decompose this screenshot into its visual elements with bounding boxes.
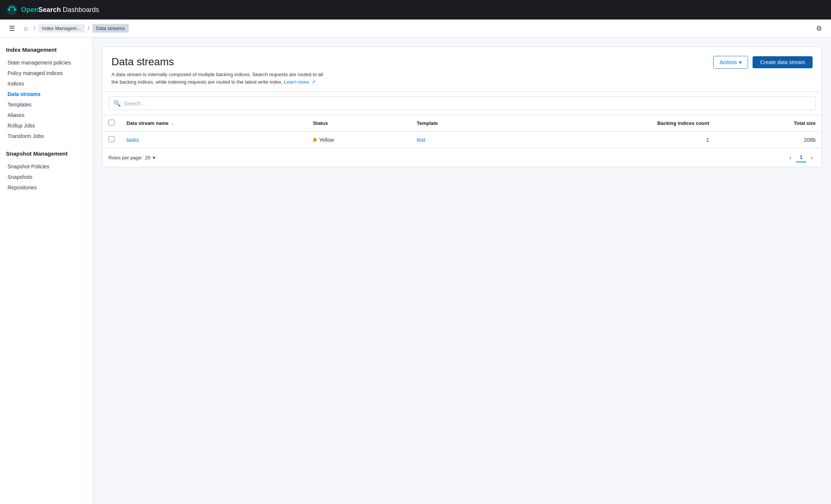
data-streams-panel: Data streams A data stream is internally… (102, 46, 822, 167)
search-bar: 🔍 (108, 96, 816, 110)
opensearch-logo-icon (6, 4, 18, 16)
home-icon: ⌂ (24, 25, 28, 32)
prev-page-icon: ‹ (790, 154, 792, 160)
panel-header-info: Data streams A data stream is internally… (111, 56, 329, 86)
table-body: tasks Yellow test 1 (102, 132, 822, 148)
sidebar-item-templates[interactable]: Templates (6, 99, 87, 110)
svg-point-2 (8, 9, 10, 11)
breadcrumb-data-streams[interactable]: Data streams (92, 24, 129, 33)
sidebar-item-data-streams[interactable]: Data streams (6, 89, 87, 99)
table-container: Data stream name ↓ Status Template Backi… (102, 115, 822, 148)
actions-button[interactable]: Actions ▾ (713, 56, 748, 69)
template-link[interactable]: test (417, 137, 425, 143)
rows-per-page-label: Rows per page: (108, 155, 143, 160)
rows-per-page-value: 20 (145, 155, 150, 160)
breadcrumb-separator-2: / (88, 26, 89, 32)
row-template-cell: test (411, 132, 515, 148)
sidebar-item-aliases[interactable]: Aliases (6, 110, 87, 120)
next-page-button[interactable]: › (808, 153, 816, 162)
table-header-total-size: Total size (715, 115, 822, 132)
prev-page-button[interactable]: ‹ (787, 153, 795, 162)
table-header-status: Status (307, 115, 411, 132)
status-text: Yellow (319, 137, 334, 143)
status-dot-yellow (313, 138, 317, 142)
table-header-checkbox (102, 115, 120, 132)
row-status-cell: Yellow (307, 132, 411, 148)
data-streams-table: Data stream name ↓ Status Template Backi… (102, 115, 822, 148)
search-icon: 🔍 (113, 100, 121, 107)
table-header-name[interactable]: Data stream name ↓ (120, 115, 307, 132)
settings-button[interactable]: ⚙ (813, 23, 825, 34)
row-total-size-cell: 208b (715, 132, 822, 148)
sidebar-item-rollup-jobs[interactable]: Rollup Jobs (6, 120, 87, 131)
row-backing-indices-count-cell: 1 (515, 132, 715, 148)
pagination-controls: ‹ 1 › (787, 153, 816, 162)
select-all-checkbox[interactable] (108, 120, 114, 126)
sidebar-item-snapshots[interactable]: Snapshots (6, 172, 87, 182)
panel-description: A data stream is internally composed of … (111, 71, 329, 86)
table-row: tasks Yellow test 1 (102, 132, 822, 148)
home-button[interactable]: ⌂ (21, 24, 31, 33)
top-nav: OpenSearch Dashboards (0, 0, 831, 20)
chevron-down-icon: ▾ (739, 59, 742, 65)
sort-icon: ↓ (172, 120, 174, 126)
content-area: Data streams A data stream is internally… (93, 38, 831, 504)
logo: OpenSearch Dashboards (6, 4, 99, 16)
current-page-number[interactable]: 1 (796, 153, 807, 162)
search-input[interactable] (124, 100, 811, 106)
panel-title: Data streams (111, 56, 329, 68)
rows-per-page-selector[interactable]: Rows per page: 20 ▾ (108, 155, 155, 160)
row-select-checkbox[interactable] (108, 136, 114, 142)
settings-icon: ⚙ (816, 25, 822, 32)
menu-toggle-button[interactable]: ☰ (6, 23, 18, 34)
sidebar-item-repositories[interactable]: Repositories (6, 182, 87, 193)
svg-point-1 (14, 9, 16, 11)
external-link-icon: ↗ (312, 79, 316, 85)
breadcrumb-separator: / (34, 26, 35, 32)
nav-right: ⚙ (813, 23, 825, 34)
next-page-icon: › (811, 154, 813, 160)
logo-text: OpenSearch Dashboards (21, 6, 99, 14)
search-bar-container: 🔍 (102, 92, 822, 115)
row-checkbox-cell (102, 132, 120, 148)
pagination-bar: Rows per page: 20 ▾ ‹ 1 › (102, 148, 822, 167)
table-header-backing-indices-count: Backing indices count (515, 115, 715, 132)
create-data-stream-button[interactable]: Create data stream (753, 56, 813, 68)
sidebar-item-state-management-policies[interactable]: State management policies (6, 57, 87, 68)
sidebar-item-policy-managed-indices[interactable]: Policy managed indices (6, 68, 87, 78)
table-header: Data stream name ↓ Status Template Backi… (102, 115, 822, 132)
sidebar: Index Management State management polici… (0, 38, 93, 504)
sidebar-item-snapshot-policies[interactable]: Snapshot Policies (6, 161, 87, 172)
sidebar-item-transform-jobs[interactable]: Transform Jobs (6, 131, 87, 141)
panel-header: Data streams A data stream is internally… (102, 47, 822, 92)
data-stream-name-link[interactable]: tasks (126, 137, 139, 143)
main-layout: Index Management State management polici… (0, 38, 831, 504)
row-name-cell: tasks (120, 132, 307, 148)
breadcrumb-index-management[interactable]: Index Managem... (38, 24, 85, 33)
hamburger-icon: ☰ (9, 25, 15, 32)
table-header-template: Template (411, 115, 515, 132)
sidebar-item-indices[interactable]: Indices (6, 78, 87, 89)
rows-per-page-chevron-icon: ▾ (153, 155, 155, 160)
learn-more-link[interactable]: Learn more. ↗ (284, 79, 316, 85)
status-indicator: Yellow (313, 137, 405, 143)
breadcrumb-bar: ☰ ⌂ / Index Managem... / Data streams ⚙ (0, 20, 831, 38)
sidebar-section-index-management-title: Index Management (6, 46, 87, 53)
sidebar-section-snapshot-management-title: Snapshot Management (6, 150, 87, 157)
panel-actions: Actions ▾ Create data stream (713, 56, 813, 69)
